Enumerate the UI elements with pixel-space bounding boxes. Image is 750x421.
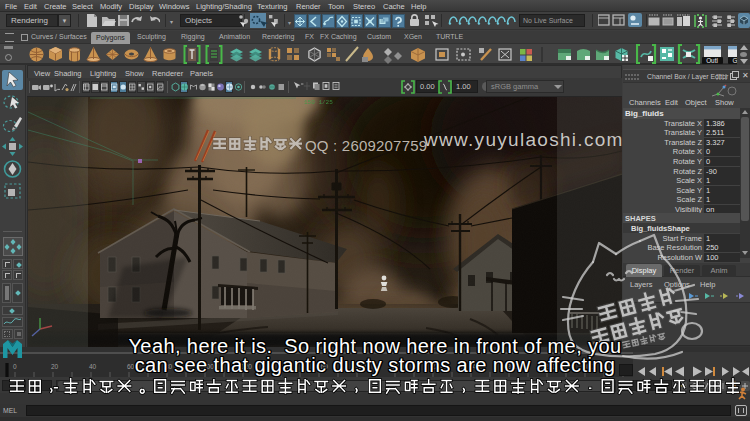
svg-text:Outl: Outl	[706, 57, 718, 64]
